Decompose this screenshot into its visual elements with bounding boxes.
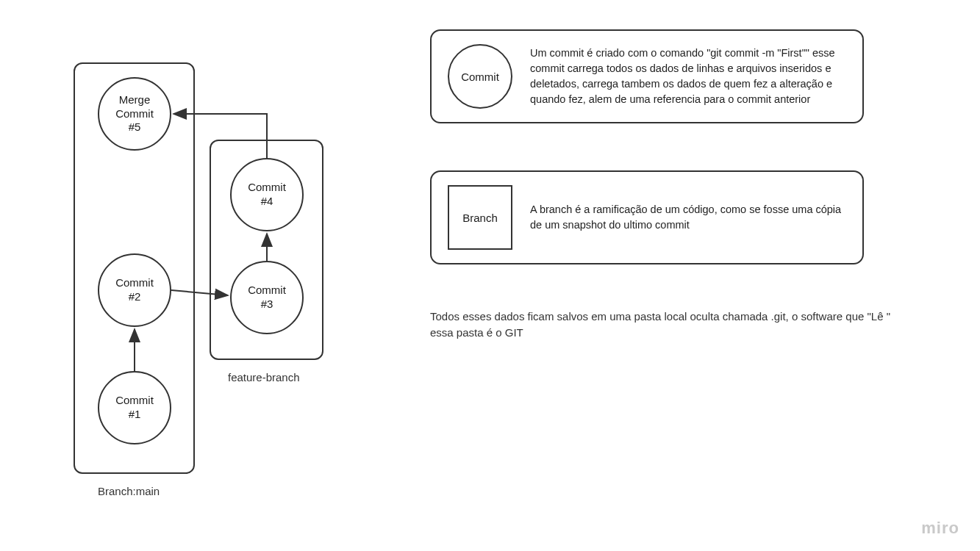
- commit-2: Commit #2: [98, 253, 171, 327]
- commit-5-merge: Merge Commit #5: [98, 77, 171, 151]
- legend-branch-card: Branch A branch é a ramificação de um có…: [430, 170, 864, 264]
- diagram-canvas: Merge Commit #5 Commit #2 Commit #1 Comm…: [0, 0, 980, 551]
- miro-watermark: miro: [921, 519, 959, 538]
- branch-main-label: Branch:main: [98, 485, 160, 497]
- commit-3: Commit #3: [230, 261, 304, 334]
- branch-feature-label: feature-branch: [228, 371, 300, 383]
- commit-1: Commit #1: [98, 371, 171, 444]
- legend-branch-icon: Branch: [448, 185, 512, 250]
- legend-commit-text: Um commit é criado com o comando "git co…: [530, 46, 846, 107]
- commit-4: Commit #4: [230, 158, 304, 231]
- legend-branch-text: A branch é a ramificação de um código, c…: [530, 202, 846, 233]
- legend-commit-icon: Commit: [448, 44, 512, 109]
- footer-note: Todos esses dados ficam salvos em uma pa…: [430, 309, 915, 341]
- legend-commit-card: Commit Um commit é criado com o comando …: [430, 29, 864, 123]
